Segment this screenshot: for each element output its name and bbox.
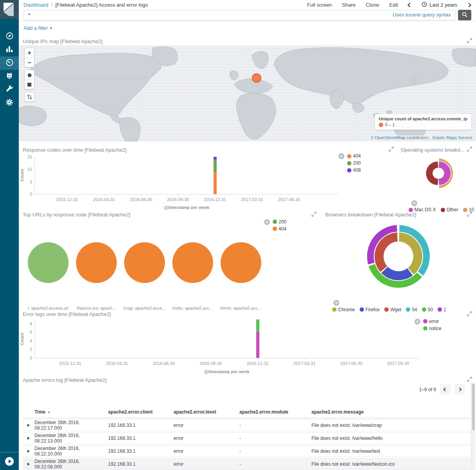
os-donut-chart[interactable] (423, 158, 454, 189)
sidebar-collapse-button[interactable] (5, 457, 14, 466)
expand-panel-icon[interactable] (311, 211, 317, 218)
bar-segment-404[interactable] (214, 172, 217, 194)
column-header-apache2-error-level[interactable]: apache2.error.level (174, 409, 239, 415)
pie-chart[interactable] (172, 242, 213, 283)
column-header-apache2-error-client[interactable]: apache2.error.client (108, 409, 174, 415)
sidebar-item-dev-tools[interactable] (0, 83, 19, 96)
table-row[interactable]: December 26th 2016, 08:22:17.000192.168.… (23, 419, 471, 431)
expand-panel-icon[interactable] (467, 146, 472, 153)
row-expand-caret-icon[interactable] (27, 450, 30, 453)
row-expand-caret-icon[interactable] (27, 437, 30, 440)
pagination-label: 1–9 of 9 (419, 387, 436, 392)
legend-item-200[interactable]: 200 (273, 219, 286, 225)
bar-segment-notice[interactable] (256, 319, 259, 332)
breadcrumb-dashboard[interactable]: Dashboard (24, 2, 49, 8)
kibana-logo[interactable] (0, 0, 19, 19)
table-row[interactable]: December 26th 2016, 08:22:08.000192.168.… (23, 458, 471, 470)
panel-top-urls: Top URLs by response code [Filebeat Apac… (19, 209, 320, 308)
table-row[interactable]: December 26th 2016, 08:22:13.000192.168.… (23, 432, 471, 444)
zoom-in-button[interactable]: + (25, 48, 34, 58)
donut-slice-other[interactable] (426, 162, 438, 185)
bar-segment-error[interactable] (256, 332, 259, 357)
time-forward-icon[interactable] (467, 3, 471, 7)
lucene-syntax-link[interactable]: Uses lucene query syntax (393, 12, 451, 18)
response-codes-chart[interactable]: 0510152015-12-312016-03-312016-06-302016… (34, 157, 339, 194)
pie-chart[interactable] (76, 242, 117, 283)
x-tick-mark (258, 358, 258, 360)
draw-rectangle-button[interactable] (25, 80, 34, 89)
url-pie: /crap: apache2.acce... (120, 242, 168, 310)
expand-panel-icon[interactable] (467, 38, 472, 45)
row-expand-caret-icon[interactable] (27, 424, 30, 427)
legend-item-error[interactable]: error (423, 319, 442, 324)
expand-panel-icon[interactable] (389, 146, 394, 153)
x-tick: 2016-03-31 (88, 197, 121, 202)
browsers-donut-chart[interactable] (367, 225, 430, 288)
x-tick-mark (398, 358, 398, 360)
pie-chart[interactable] (221, 242, 261, 283)
table-cell: December 26th 2016, 08:22:08.000 (34, 459, 108, 470)
sidebar-item-visualize[interactable] (0, 43, 19, 56)
x-axis-label: @timestamp per week (34, 369, 419, 374)
legend-collapse-icon[interactable] (414, 319, 420, 325)
legend-item-200[interactable]: 200 (347, 160, 361, 166)
column-header-apache2-error-message[interactable]: apache2.error.message (311, 409, 471, 415)
bar-segment-408[interactable] (214, 157, 217, 159)
column-header-apache2-error-module[interactable]: apache2.error.module (239, 409, 311, 415)
table-cell: error (174, 436, 239, 441)
chart-legend: 404200408 (347, 153, 361, 173)
legend-item-408[interactable]: 408 (347, 167, 361, 173)
sidebar-item-discover[interactable] (0, 30, 19, 43)
nav-clone[interactable]: Clone (366, 2, 379, 8)
sidebar-item-dashboard[interactable] (0, 56, 19, 70)
row-expand-caret-icon[interactable] (27, 463, 30, 466)
pie-chart[interactable] (28, 242, 69, 283)
legend-item-404[interactable]: 404 (273, 226, 286, 232)
error-logs-chart[interactable]: 024682015-12-312016-03-312016-06-302016-… (34, 319, 419, 358)
search-button[interactable] (458, 10, 471, 20)
bar-chart-icon (5, 45, 13, 54)
x-tick-mark (67, 194, 67, 196)
plus-icon[interactable]: + (49, 25, 52, 31)
legend-collapse-icon[interactable] (411, 200, 417, 206)
map-draw-controls (24, 70, 34, 89)
x-tick-mark (141, 194, 141, 196)
table-cell: - (239, 423, 311, 428)
draw-polygon-button[interactable] (25, 70, 34, 80)
sidebar-footer (0, 452, 19, 470)
crop-icon[interactable] (25, 92, 34, 102)
x-tick-mark (252, 194, 252, 196)
pie-chart[interactable] (124, 242, 165, 283)
next-page-button[interactable] (454, 384, 465, 395)
nav-edit[interactable]: Edit (389, 2, 398, 8)
search-query-input[interactable] (24, 10, 456, 20)
legend-item-notice[interactable]: notice (423, 326, 442, 331)
legend-collapse-icon[interactable] (333, 300, 339, 306)
legend-item-404[interactable]: 404 (347, 153, 361, 159)
table-cell: error (174, 448, 239, 454)
column-header-time[interactable]: Time (34, 409, 108, 415)
time-picker[interactable]: Last 2 years (422, 2, 457, 8)
expand-panel-icon[interactable] (467, 211, 472, 218)
panel-title: Unique IPs map [Filebeat Apache2] (23, 38, 103, 44)
bar-segment-200[interactable] (214, 160, 217, 172)
prev-page-button[interactable] (440, 384, 451, 395)
world-map[interactable]: + − Unique count of a (19, 45, 476, 142)
nav-share[interactable]: Share (342, 2, 356, 8)
nav-full-screen[interactable]: Full screen (307, 2, 332, 8)
openstreetmap-link[interactable]: OpenStreetMap (375, 135, 405, 140)
zoom-out-button[interactable]: − (25, 58, 34, 67)
table-scrollbar[interactable] (471, 383, 475, 470)
legend-collapse-icon[interactable] (264, 219, 270, 225)
expand-panel-icon[interactable] (467, 311, 472, 318)
scrollbar-thumb[interactable] (472, 383, 475, 430)
table-row[interactable]: December 26th 2016, 08:22:10.000192.168.… (23, 445, 471, 457)
legend-collapse-icon[interactable] (338, 153, 344, 159)
sidebar-item-timelion[interactable] (0, 70, 19, 83)
y-tick: 0 (20, 356, 32, 360)
table-cell: error (174, 461, 239, 467)
add-filter-button[interactable]: Add a filter (24, 25, 48, 31)
elastic-maps-link[interactable]: Elastic Maps Service (433, 135, 472, 140)
time-back-icon[interactable] (408, 3, 412, 7)
sidebar-item-management[interactable] (0, 96, 19, 110)
